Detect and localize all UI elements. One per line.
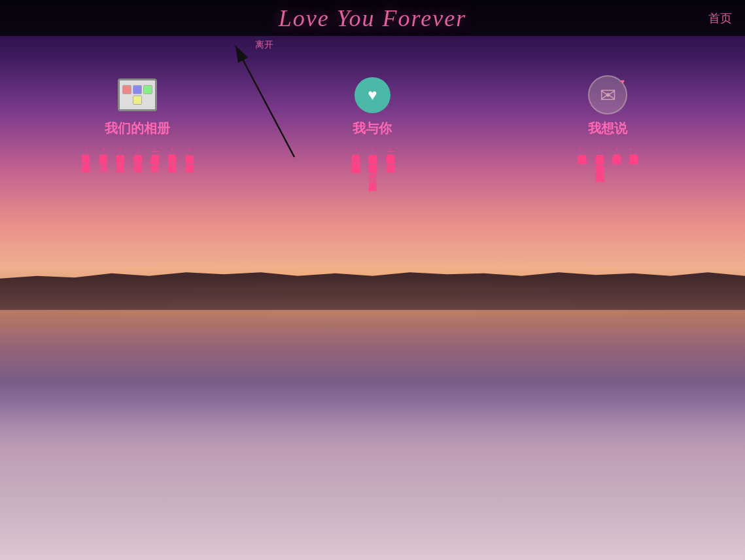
arrow-decoration <box>229 39 307 170</box>
site-title: Love You Forever <box>279 5 466 32</box>
album-photo-4 <box>133 96 142 105</box>
words-section: ✉ ♥ 我想说 呼呼的心跳却总能代表我的情意。 想说爱你其实很远，傍山涉水地追求… <box>506 75 709 175</box>
words-text-col-4: 想说你只是想真实地表达自己。 <box>627 147 641 175</box>
album-title: 我们的相册 <box>105 120 170 137</box>
header: Love You Forever 首页 <box>0 0 745 36</box>
main-content: 我们的相册 举目望向天空，一弧不尽的美好。 夏天临之黄前，满了一地。 轻轻翻阅的… <box>0 36 745 560</box>
album-section-header: 我们的相册 <box>105 75 170 137</box>
svg-line-1 <box>235 46 294 157</box>
album-photo-1 <box>122 85 131 94</box>
album-text-col-4: 抓住午后跃动的书，锁住往事？ <box>130 147 145 166</box>
words-text-col-1: 呼呼的心跳却总能代表我的情意。 <box>574 147 589 175</box>
us-title: 我与你 <box>353 120 392 137</box>
message-circle: ✉ ♥ <box>588 75 627 114</box>
words-text-col-2: 想说爱你其实很远，傍山涉水地追求，可真才是我的目。 <box>592 147 606 175</box>
us-text-col-1: 时光的洪流里，每个人的生命印刻成一枝永恒的脉络聚成一幅底心的画面。 <box>348 147 362 184</box>
us-text-col-2: 记忆沿看着些光怪陆离的，这最令我怀念的年华，就是，最美的你。 <box>365 147 379 184</box>
home-nav-button[interactable]: 首页 <box>708 10 732 26</box>
envelope-icon: ✉ <box>600 84 616 107</box>
us-text-col-3: 一己中最令我怀念绮年华的，就是最美的你。 <box>383 147 397 184</box>
album-text: 举目望向天空，一弧不尽的美好。 夏天临之黄前，满了一地。 轻轻翻阅的花，驯住了流… <box>78 147 196 166</box>
album-text-col-3: 轻轻翻阅的花，驯住了流年。 <box>113 147 127 166</box>
album-icon-box <box>118 79 157 111</box>
album-photo-2 <box>133 85 142 94</box>
album-text-col-5: 到底是怎样一种生创，造了永恒。 <box>147 147 162 166</box>
album-photo-3 <box>143 85 152 94</box>
heart-icon: ♥ <box>368 86 377 104</box>
us-text: 时光的洪流里，每个人的生命印刻成一枝永恒的脉络聚成一幅底心的画面。 记忆沿看着些… <box>348 147 397 184</box>
album-text-col-1: 举目望向天空，一弧不尽的美好。 <box>78 147 92 166</box>
us-icon: ♥ <box>353 75 392 114</box>
heart-badge: ♥ <box>621 78 625 85</box>
words-title: 我想说 <box>588 120 627 137</box>
album-text-col-2: 夏天临之黄前，满了一地。 <box>95 147 110 166</box>
words-text: 呼呼的心跳却总能代表我的情意。 想说爱你其实很远，傍山涉水地追求，可真才是我的目… <box>574 147 641 175</box>
album-text-col-7: 我们走过的路上，满地的幸福。 <box>182 147 196 166</box>
album-text-col-6: 夏日的夕阳将天空，实成了橘色。 <box>164 147 179 166</box>
us-section-header: ♥ 我与你 <box>353 75 392 137</box>
words-icon: ✉ ♥ <box>588 75 627 114</box>
words-text-col-3: 想说爱你只是真心对待你， <box>609 147 623 175</box>
album-section: 我们的相册 举目望向天空，一弧不尽的美好。 夏天临之黄前，满了一地。 轻轻翻阅的… <box>36 75 239 166</box>
album-icon <box>118 75 157 114</box>
heart-circle: ♥ <box>355 77 390 113</box>
words-section-header: ✉ ♥ 我想说 <box>588 75 627 137</box>
